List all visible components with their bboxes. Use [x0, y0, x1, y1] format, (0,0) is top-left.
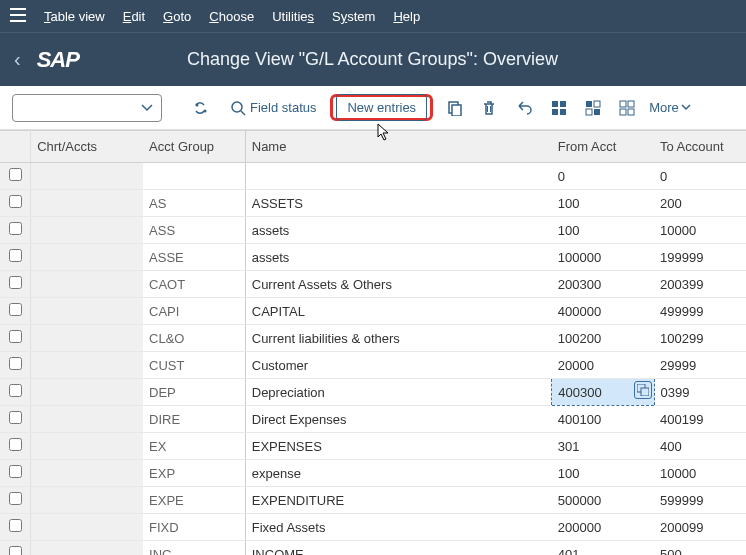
- undo-button[interactable]: [511, 96, 537, 120]
- variant-dropdown[interactable]: [12, 94, 162, 122]
- table-row[interactable]: CAOTCurrent Assets & Others200300200399: [0, 271, 746, 298]
- menu-utilities[interactable]: Utilities: [272, 9, 314, 24]
- table-row[interactable]: CL&OCurrent liabilities & others10020010…: [0, 325, 746, 352]
- cell-from[interactable]: 200000: [552, 514, 654, 541]
- table-row[interactable]: FIXDFixed Assets200000200099: [0, 514, 746, 541]
- cell-chrt[interactable]: [31, 352, 143, 379]
- table-row[interactable]: ASASSETS100200: [0, 190, 746, 217]
- row-checkbox[interactable]: [9, 249, 22, 262]
- cell-from[interactable]: 100: [552, 190, 654, 217]
- change-button[interactable]: [190, 95, 216, 121]
- row-checkbox[interactable]: [9, 357, 22, 370]
- menu-edit[interactable]: Edit: [123, 9, 145, 24]
- row-checkbox[interactable]: [9, 519, 22, 532]
- cell-chrt[interactable]: [31, 433, 143, 460]
- row-checkbox[interactable]: [9, 465, 22, 478]
- menu-table-view[interactable]: Table view: [44, 9, 105, 24]
- cell-name[interactable]: EXPENSES: [245, 433, 552, 460]
- cell-chrt[interactable]: [31, 190, 143, 217]
- cell-chrt[interactable]: [31, 406, 143, 433]
- cell-to[interactable]: 499999: [654, 298, 746, 325]
- cell-grp[interactable]: [143, 163, 245, 190]
- cell-to[interactable]: 100299: [654, 325, 746, 352]
- cell-grp[interactable]: EXPE: [143, 487, 245, 514]
- cell-from-selected[interactable]: 400300: [552, 379, 654, 406]
- table-row[interactable]: EXEXPENSES301400: [0, 433, 746, 460]
- table-row[interactable]: INCINCOME401500: [0, 541, 746, 556]
- col-grp[interactable]: Acct Group: [143, 131, 245, 163]
- row-checkbox[interactable]: [9, 411, 22, 424]
- menu-system[interactable]: System: [332, 9, 375, 24]
- cell-name[interactable]: Current Assets & Others: [245, 271, 552, 298]
- cell-name[interactable]: CAPITAL: [245, 298, 552, 325]
- cell-to[interactable]: 0399: [654, 379, 746, 406]
- delete-button[interactable]: [477, 96, 501, 120]
- hamburger-icon[interactable]: [10, 8, 26, 25]
- cell-grp[interactable]: INC: [143, 541, 245, 556]
- cell-from[interactable]: 100: [552, 217, 654, 244]
- cell-name[interactable]: Current liabilities & others: [245, 325, 552, 352]
- menu-goto[interactable]: Goto: [163, 9, 191, 24]
- row-checkbox[interactable]: [9, 492, 22, 505]
- cell-grp[interactable]: DEP: [143, 379, 245, 406]
- row-checkbox[interactable]: [9, 195, 22, 208]
- cell-name[interactable]: Direct Expenses: [245, 406, 552, 433]
- cell-from[interactable]: 100200: [552, 325, 654, 352]
- cell-chrt[interactable]: [31, 460, 143, 487]
- cell-from[interactable]: 400000: [552, 298, 654, 325]
- cell-to[interactable]: 200: [654, 190, 746, 217]
- cell-name[interactable]: ASSETS: [245, 190, 552, 217]
- col-name[interactable]: Name: [245, 131, 552, 163]
- back-button[interactable]: ‹: [14, 48, 21, 71]
- cell-from[interactable]: 0: [552, 163, 654, 190]
- row-checkbox[interactable]: [9, 330, 22, 343]
- cell-grp[interactable]: CAOT: [143, 271, 245, 298]
- cell-chrt[interactable]: [31, 298, 143, 325]
- cell-grp[interactable]: AS: [143, 190, 245, 217]
- cell-chrt[interactable]: [31, 379, 143, 406]
- cell-grp[interactable]: CL&O: [143, 325, 245, 352]
- deselect-all-button[interactable]: [615, 96, 639, 120]
- cell-to[interactable]: 200399: [654, 271, 746, 298]
- cell-to[interactable]: 400: [654, 433, 746, 460]
- cell-chrt[interactable]: [31, 487, 143, 514]
- cell-from[interactable]: 500000: [552, 487, 654, 514]
- menu-help[interactable]: Help: [393, 9, 420, 24]
- cell-name[interactable]: EXPENDITURE: [245, 487, 552, 514]
- cell-grp[interactable]: DIRE: [143, 406, 245, 433]
- cell-to[interactable]: 0: [654, 163, 746, 190]
- cell-name[interactable]: Customer: [245, 352, 552, 379]
- cell-grp[interactable]: EXP: [143, 460, 245, 487]
- cell-name[interactable]: assets: [245, 244, 552, 271]
- cell-to[interactable]: 200099: [654, 514, 746, 541]
- cell-chrt[interactable]: [31, 541, 143, 556]
- cell-from[interactable]: 401: [552, 541, 654, 556]
- table-row[interactable]: ASSEassets100000199999: [0, 244, 746, 271]
- cell-grp[interactable]: CUST: [143, 352, 245, 379]
- table-row[interactable]: CUSTCustomer2000029999: [0, 352, 746, 379]
- select-block-button[interactable]: [581, 96, 605, 120]
- table-row[interactable]: ASSassets10010000: [0, 217, 746, 244]
- row-checkbox[interactable]: [9, 438, 22, 451]
- cell-to[interactable]: 29999: [654, 352, 746, 379]
- cell-grp[interactable]: ASS: [143, 217, 245, 244]
- select-all-button[interactable]: [547, 96, 571, 120]
- col-from[interactable]: From Acct: [552, 131, 654, 163]
- row-checkbox[interactable]: [9, 384, 22, 397]
- cell-from[interactable]: 301: [552, 433, 654, 460]
- table-row[interactable]: CAPICAPITAL400000499999: [0, 298, 746, 325]
- table-row[interactable]: DIREDirect Expenses400100400199: [0, 406, 746, 433]
- cell-grp[interactable]: ASSE: [143, 244, 245, 271]
- menu-choose[interactable]: Choose: [209, 9, 254, 24]
- cell-from[interactable]: 400100: [552, 406, 654, 433]
- cell-chrt[interactable]: [31, 217, 143, 244]
- field-status-button[interactable]: Field status: [226, 96, 320, 120]
- cell-grp[interactable]: FIXD: [143, 514, 245, 541]
- cell-chrt[interactable]: [31, 163, 143, 190]
- cell-to[interactable]: 599999: [654, 487, 746, 514]
- row-checkbox[interactable]: [9, 168, 22, 181]
- cell-from[interactable]: 20000: [552, 352, 654, 379]
- cell-chrt[interactable]: [31, 271, 143, 298]
- cell-to[interactable]: 500: [654, 541, 746, 556]
- cell-to[interactable]: 400199: [654, 406, 746, 433]
